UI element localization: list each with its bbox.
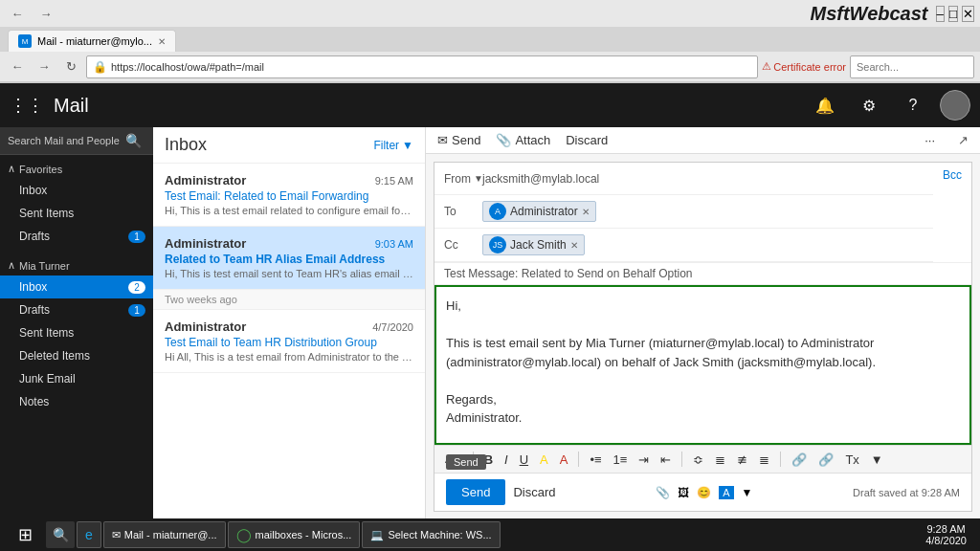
send-button[interactable]: Send — [446, 479, 505, 505]
to-field[interactable]: To A Administrator ✕ — [434, 195, 933, 229]
taskbar-app-chrome[interactable]: ◯ mailboxes - Micros... — [228, 521, 361, 548]
outdent-button[interactable]: ⇤ — [657, 451, 674, 469]
taskbar-search-button[interactable]: 🔍 — [46, 521, 75, 548]
sidebar-item-inbox-fav[interactable]: Inbox — [0, 179, 153, 202]
align-justify-button[interactable]: ≣ — [756, 451, 772, 469]
email-sender: Administrator — [165, 173, 246, 187]
font-color-button[interactable]: A — [557, 451, 571, 469]
send-toolbar-button[interactable]: ✉ Send — [437, 133, 480, 147]
discard-button[interactable]: Discard — [513, 485, 555, 499]
close-button[interactable]: ✕ — [962, 6, 974, 22]
send-tooltip: Send — [446, 454, 486, 470]
grid-icon[interactable]: ⋮⋮ — [10, 95, 44, 116]
attach-button[interactable]: 📎 Attach — [496, 133, 550, 147]
search-people-bar[interactable]: Search Mail and People 🔍 — [0, 127, 153, 155]
toolbar-separator — [780, 452, 781, 467]
email-list-header: Inbox Filter ▼ — [153, 127, 425, 164]
url-text: https://localhost/owa/#path=/mail — [111, 61, 751, 73]
dropdown-icon[interactable]: ▼ — [742, 486, 753, 499]
bell-icon[interactable]: 🔔 — [808, 88, 842, 122]
address-bar[interactable]: 🔒 https://localhost/owa/#path=/mail — [86, 55, 758, 78]
sidebar-item-drafts-fav[interactable]: Drafts 1 — [0, 225, 153, 248]
highlight-button[interactable]: A — [537, 451, 551, 469]
start-button[interactable]: ⊞ — [6, 518, 44, 551]
compose-body[interactable]: Hi, This is test email sent by Mia Turne… — [434, 285, 971, 445]
refresh-button[interactable]: ↻ — [59, 55, 82, 78]
popout-button[interactable]: ↗ — [958, 133, 969, 147]
taskbar-app-label: mailboxes - Micros... — [256, 529, 352, 540]
email-item[interactable]: Administrator 9:15 AM Test Email: Relate… — [153, 164, 425, 227]
emoji-icon[interactable]: 😊 — [697, 486, 711, 499]
bullet-list-button[interactable]: •≡ — [587, 451, 604, 469]
nav-back-button[interactable]: ← — [6, 55, 29, 78]
account-header[interactable]: ∧ Mia Turner — [0, 255, 153, 276]
clear-format-button[interactable]: Tx — [842, 451, 861, 469]
browser-search-input[interactable] — [850, 55, 974, 78]
cc-field[interactable]: Cc JS Jack Smith ✕ — [434, 229, 933, 262]
restore-button[interactable]: □ — [948, 6, 958, 22]
compose-header: From ▼ jacksmith@mylab.local To A Admini… — [434, 163, 971, 263]
compose-area: ✉ Send 📎 Attach Discard ··· ↗ — [426, 127, 980, 519]
sidebar-item-sent-fav[interactable]: Sent Items — [0, 202, 153, 225]
filter-button[interactable]: Filter ▼ — [373, 139, 413, 152]
more-format-button[interactable]: 🔗 — [815, 451, 836, 469]
cert-error-text: Certificate error — [773, 61, 846, 73]
sidebar-item-notes[interactable]: Notes — [0, 390, 153, 413]
image-icon[interactable]: 🖼 — [678, 486, 689, 499]
minimize-button[interactable]: – — [936, 6, 945, 22]
chevron-down-icon: ▼ — [402, 139, 413, 152]
sidebar: Search Mail and People 🔍 ∧ Favorites Inb… — [0, 127, 153, 519]
taskbar: ⊞ 🔍 e ✉ Mail - miaturner@... ◯ mailboxes… — [0, 518, 980, 551]
email-subject: Test Email: Related to Email Forwarding — [165, 189, 413, 203]
taskbar-app-ie[interactable]: e — [77, 521, 101, 548]
compose-email: From ▼ jacksmith@mylab.local To A Admini… — [434, 162, 972, 512]
align-center-button[interactable]: ≣ — [712, 451, 728, 469]
bcc-button[interactable]: Bcc — [933, 163, 971, 187]
email-item-selected[interactable]: Administrator 9:03 AM Related to Team HR… — [153, 227, 425, 290]
taskbar-app-select[interactable]: 💻 Select Machine: WS... — [362, 521, 500, 548]
email-item-old[interactable]: Administrator 4/7/2020 Test Email to Tea… — [153, 310, 425, 373]
insert-link-button[interactable]: 🔗 — [789, 451, 810, 469]
sidebar-item-junk[interactable]: Junk Email — [0, 367, 153, 390]
avatar[interactable] — [940, 90, 970, 121]
inbox-title: Inbox — [165, 135, 207, 155]
cc-label: Cc — [444, 238, 482, 252]
recipient-chip-jack[interactable]: JS Jack Smith ✕ — [482, 234, 585, 255]
body-line: Regards,Administrator. — [446, 390, 960, 428]
remove-recipient-icon[interactable]: ✕ — [570, 240, 578, 251]
email-time: 4/7/2020 — [372, 321, 413, 333]
sidebar-item-drafts[interactable]: Drafts 1 — [0, 298, 153, 321]
font-color-icon[interactable]: A — [719, 486, 733, 499]
align-left-button[interactable]: ≎ — [690, 451, 706, 469]
align-right-button[interactable]: ≢ — [734, 451, 750, 469]
number-list-button[interactable]: 1≡ — [611, 451, 631, 469]
more-options-button[interactable]: ··· — [924, 133, 935, 147]
paperclip-icon[interactable]: 📎 — [656, 486, 670, 499]
sidebar-item-sent[interactable]: Sent Items — [0, 321, 153, 344]
tab-close-icon[interactable]: ✕ — [158, 36, 166, 47]
recipient-avatar: JS — [489, 236, 506, 253]
recipient-name: Administrator — [510, 205, 578, 218]
help-icon[interactable]: ? — [896, 88, 930, 122]
browser-tab[interactable]: M Mail - miaturner@mylo... ✕ — [8, 30, 176, 52]
back-button[interactable]: ← — [6, 2, 29, 25]
taskbar-app-mail[interactable]: ✉ Mail - miaturner@... — [103, 521, 226, 548]
format-more-button[interactable]: ▼ — [868, 451, 886, 469]
recipient-chip-admin[interactable]: A Administrator ✕ — [482, 201, 596, 222]
remove-recipient-icon[interactable]: ✕ — [582, 207, 590, 217]
italic-button[interactable]: I — [501, 451, 511, 469]
taskbar-clock: 9:28 AM 4/8/2020 — [918, 523, 974, 546]
cert-error: ⚠ Certificate error — [762, 60, 846, 73]
indent-button[interactable]: ⇥ — [635, 451, 652, 469]
forward-button[interactable]: → — [34, 2, 57, 25]
attach-label: Attach — [515, 133, 550, 147]
address-bar-row: ← → ↻ 🔒 https://localhost/owa/#path=/mai… — [0, 52, 980, 82]
sidebar-item-inbox[interactable]: Inbox 2 — [0, 276, 153, 298]
inbox-badge: 2 — [128, 281, 145, 294]
sidebar-item-deleted[interactable]: Deleted Items — [0, 344, 153, 367]
settings-icon[interactable]: ⚙ — [852, 88, 886, 122]
favorites-header[interactable]: ∧ Favorites — [0, 159, 153, 179]
discard-toolbar-button[interactable]: Discard — [566, 133, 608, 147]
underline-button[interactable]: U — [517, 451, 531, 469]
nav-forward-button[interactable]: → — [33, 55, 56, 78]
